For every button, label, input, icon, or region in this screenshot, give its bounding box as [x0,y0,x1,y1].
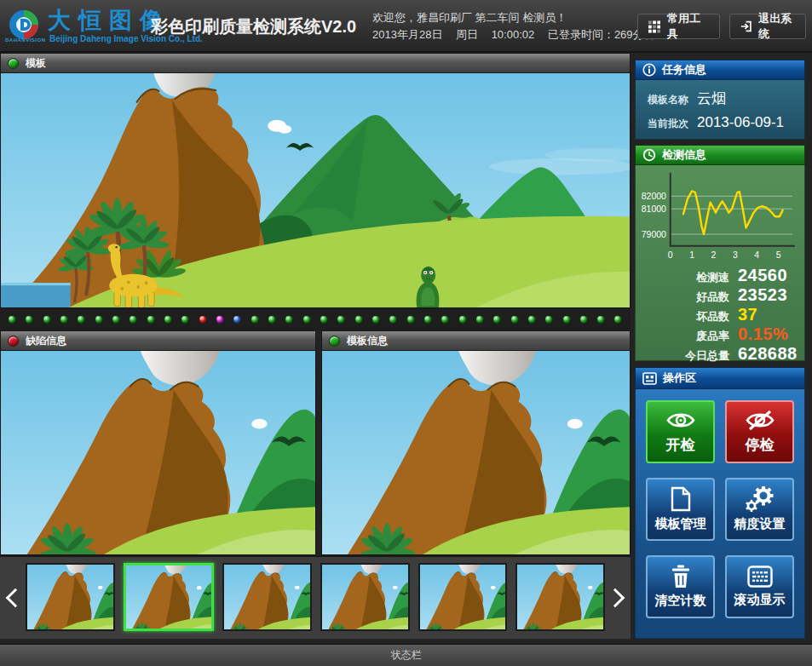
document-icon [670,486,692,512]
control-panel-icon [642,372,657,385]
app-title: 彩色印刷质量检测系统V2.0 [151,15,356,38]
indicator-dot [112,315,120,324]
template-name-value: 云烟 [697,89,726,108]
app-window: DAHANVISION 大恒图像 Beijing Daheng Image Vi… [0,0,812,666]
indicator-dot [423,315,432,324]
filmstrip-thumb[interactable] [26,563,115,631]
filmstrip [0,555,631,639]
indicator-dot [25,315,33,324]
stat-value: 0.15% [738,324,788,344]
indicator-dot [147,315,155,324]
indicator-dot [527,315,536,324]
indicator-dot [406,315,415,324]
start-inspection-label: 开检 [666,435,695,455]
template-image [0,73,631,308]
template-name-label: 模板名称 [648,93,688,107]
filmstrip-thumb[interactable] [320,563,410,631]
template-panel-header: 模板 [0,53,631,73]
inspection-info-panel: 检测信息 820008100079000012345 检测速24560好品数23… [635,145,805,361]
precision-settings-label: 精度设置 [734,516,786,532]
stat-label: 今日总量 [641,348,729,364]
indicator-dot [164,315,172,324]
operations-header: 操作区 [635,367,805,389]
common-tools-button[interactable]: 常用工具 [637,14,720,39]
indicator-dot [458,315,467,324]
stat-value: 24560 [738,266,787,285]
filmstrip-thumb[interactable] [222,563,312,631]
exit-system-button[interactable]: 退出系统 [729,14,806,39]
task-info-panel: 任务信息 模板名称 云烟 当前批次 2013-06-09-1 [635,60,805,140]
template-info-panel-title: 模板信息 [347,334,388,348]
scroll-display-button[interactable]: 滚动显示 [725,555,794,618]
indicator-dot [60,315,68,324]
inspection-info-title: 检测信息 [662,147,706,163]
template-manage-label: 模板管理 [655,516,706,532]
info-icon [642,63,656,77]
indicator-dot [613,315,622,324]
inspection-body: 820008100079000012345 检测速24560好品数23523坏品… [635,165,805,361]
filmstrip-thumb[interactable] [124,563,215,631]
filmstrip-next-arrow[interactable] [606,588,625,608]
svg-text:79000: 79000 [642,229,666,239]
stat-row: 好品数23523 [641,285,801,305]
defect-panel: 缺陷信息 [0,330,316,555]
svg-text:5: 5 [776,250,781,260]
template-panel-title: 模板 [26,56,46,71]
indicator-dot [579,315,588,324]
indicator-dot [354,315,363,324]
stat-row: 废品率0.15% [641,324,801,344]
indicator-dot [302,315,311,324]
indicator-dot [95,315,103,324]
stat-row: 坏品数37 [641,305,801,324]
eye-off-icon [745,410,775,431]
grid-icon [648,20,660,33]
task-row: 模板名称 云烟 [648,89,804,108]
task-info-body: 模板名称 云烟 当前批次 2013-06-09-1 [635,80,805,140]
indicator-dot [596,315,605,324]
indicator-dot [510,315,519,324]
precision-settings-button[interactable]: 精度设置 [725,478,794,541]
template-manage-button[interactable]: 模板管理 [646,478,715,541]
current-batch-label: 当前批次 [648,117,688,131]
start-inspection-button[interactable]: 开检 [646,400,715,463]
logo-badge: DAHANVISION [5,37,44,43]
operations-body: 开检 停检 模板管理 [635,389,805,639]
indicator-dot [216,315,224,324]
operations-title: 操作区 [663,370,696,386]
scroll-display-label: 滚动显示 [734,592,786,608]
indicator-dot [251,315,259,324]
filmstrip-prev-arrow[interactable] [6,588,26,608]
stat-label: 好品数 [641,290,729,305]
svg-text:0: 0 [668,250,673,260]
date-text: 2013年月28日 [372,28,442,41]
indicator-dot [389,315,397,324]
filmstrip-thumb[interactable] [418,563,508,631]
weekday-text: 周日 [456,28,478,41]
common-tools-label: 常用工具 [667,11,709,42]
indicator-dot [129,315,137,324]
status-bar: 状态栏 [0,644,812,666]
svg-text:3: 3 [733,250,738,260]
template-panel: 模板 [0,53,631,308]
stat-value: 37 [738,305,757,324]
clear-count-button[interactable]: 清空计数 [646,555,715,618]
indicator-dot [562,315,571,324]
template-info-panel-header: 模板信息 [321,330,631,351]
stop-inspection-button[interactable]: 停检 [725,400,794,463]
filmstrip-thumbs [26,563,605,634]
defect-image [0,351,316,555]
red-led-icon [8,336,19,347]
time-text: 10:00:02 [492,28,535,41]
stat-value: 23523 [738,285,787,305]
filmstrip-thumb[interactable] [515,563,605,631]
eye-icon [665,410,696,431]
defect-panel-title: 缺陷信息 [26,334,66,348]
indicator-dot [77,315,85,324]
task-info-title: 任务信息 [662,62,706,78]
trash-icon [671,565,691,588]
clear-count-label: 清空计数 [655,593,706,609]
defect-panel-header: 缺陷信息 [0,330,316,351]
svg-text:81000: 81000 [642,204,666,214]
indicator-dot [441,315,449,324]
indicator-dots [0,308,631,330]
